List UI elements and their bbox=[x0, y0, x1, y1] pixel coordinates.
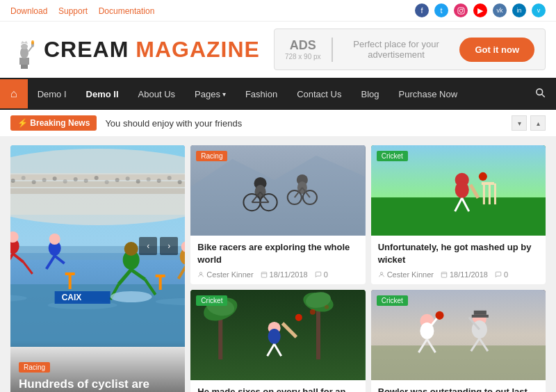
search-icon bbox=[535, 88, 546, 98]
featured-arrows: ‹ › bbox=[139, 237, 178, 255]
card-comments-1: 0 bbox=[495, 270, 508, 279]
card-meta-0: Cester Kinner 18/11/2018 0 bbox=[197, 270, 358, 279]
social-icons: f t ▶ vk in v bbox=[415, 3, 546, 17]
card-author-1: Cester Kinner bbox=[378, 270, 434, 279]
support-link[interactable]: Support bbox=[58, 6, 88, 16]
nav-item-demo2[interactable]: Demo II bbox=[76, 79, 129, 109]
nav-item-purchase[interactable]: Purchase Now bbox=[389, 79, 468, 109]
nav-search-button[interactable] bbox=[525, 78, 556, 110]
linkedin-icon[interactable]: in bbox=[512, 3, 526, 17]
svg-point-132 bbox=[310, 309, 316, 315]
main-nav: ⌂ Demo I Demo II About Us Pages▾ Fashion… bbox=[0, 78, 556, 110]
article-image-2: Cricket bbox=[190, 290, 365, 380]
content-grid: CAIX bbox=[10, 145, 546, 392]
nav-home-button[interactable]: ⌂ bbox=[0, 79, 28, 108]
svg-point-115 bbox=[478, 172, 486, 181]
svg-point-2 bbox=[462, 8, 463, 9]
card-badge-1: Cricket bbox=[377, 151, 408, 161]
svg-rect-0 bbox=[457, 7, 464, 13]
svg-point-131 bbox=[295, 314, 302, 321]
featured-next-arrow[interactable]: › bbox=[160, 237, 178, 255]
card-author-0: Cester Kinner bbox=[197, 270, 253, 279]
article-image-1: Cricket bbox=[371, 145, 546, 236]
nav-item-fashion[interactable]: Fashion bbox=[236, 79, 287, 109]
svg-point-7 bbox=[21, 44, 28, 49]
card-body-2: He made sixes on every ball for an over … bbox=[190, 380, 365, 392]
article-card-3: Cricket Bowler was outstanding to out la… bbox=[371, 290, 546, 392]
card-badge-2: Cricket bbox=[196, 295, 227, 306]
ad-button[interactable]: Got it now bbox=[459, 38, 534, 62]
featured-badge: Racing bbox=[19, 362, 50, 373]
card-body-1: Unfortunately, he got mashed up by wicke… bbox=[371, 236, 546, 284]
featured-prev-arrow[interactable]: ‹ bbox=[139, 237, 157, 255]
breaking-news-text: You should enjoy with your friends bbox=[105, 118, 503, 129]
card-body-3: Bowler was outstanding to out last perso… bbox=[371, 380, 546, 392]
breaking-news-next[interactable]: ▴ bbox=[530, 115, 546, 131]
article-card-1: Cricket Unfortunately, he got mashed up … bbox=[371, 145, 546, 284]
svg-point-70 bbox=[126, 177, 130, 181]
logo-cream: CREAM bbox=[44, 37, 129, 62]
nav-item-blog[interactable]: Blog bbox=[351, 79, 389, 109]
article-image-0: Racing bbox=[190, 145, 365, 236]
card-title-1: Unfortunately, he got mashed up by wicke… bbox=[378, 241, 539, 266]
svg-point-116 bbox=[380, 272, 382, 275]
ad-title: ADS bbox=[290, 38, 316, 53]
svg-rect-101 bbox=[261, 272, 267, 278]
youtube-icon[interactable]: ▶ bbox=[473, 3, 487, 17]
svg-rect-106 bbox=[489, 183, 491, 204]
twitter-icon[interactable]: t bbox=[434, 3, 448, 17]
article-card-0: Racing Bike racers are exploring the who… bbox=[190, 145, 365, 284]
svg-rect-29 bbox=[65, 272, 75, 275]
logo-icon bbox=[10, 28, 38, 70]
instagram-icon[interactable] bbox=[454, 3, 468, 17]
svg-text:CAIX: CAIX bbox=[62, 293, 82, 302]
author-icon-1 bbox=[378, 271, 385, 278]
featured-image: CAIX bbox=[10, 145, 185, 347]
breaking-news-controls: ▾ ▴ bbox=[512, 115, 546, 131]
breaking-news-prev[interactable]: ▾ bbox=[512, 115, 527, 131]
svg-rect-123 bbox=[316, 304, 320, 359]
nav-item-demo1[interactable]: Demo I bbox=[28, 79, 76, 109]
nav-item-about[interactable]: About Us bbox=[129, 79, 185, 109]
svg-point-64 bbox=[63, 179, 67, 183]
svg-point-71 bbox=[136, 179, 140, 183]
ad-label: ADS 728 x 90 px bbox=[285, 38, 321, 60]
svg-rect-105 bbox=[483, 183, 485, 204]
vk-icon[interactable]: vk bbox=[493, 3, 507, 17]
date-icon-1 bbox=[441, 271, 448, 278]
documentation-link[interactable]: Documentation bbox=[99, 6, 155, 16]
breaking-news-bar: ⚡ Breaking News You should enjoy with yo… bbox=[0, 110, 556, 137]
card-body-0: Bike racers are exploring the whole worl… bbox=[190, 236, 365, 284]
article-card-2: Cricket He made sixes on every ball for … bbox=[190, 290, 365, 392]
comments-icon-1 bbox=[495, 271, 502, 278]
article-image-3: Cricket bbox=[371, 290, 546, 380]
svg-marker-8 bbox=[21, 41, 28, 44]
svg-rect-146 bbox=[473, 311, 486, 315]
svg-point-144 bbox=[435, 311, 443, 320]
svg-line-13 bbox=[542, 95, 545, 97]
top-bar-links: Download Support Documentation bbox=[10, 6, 163, 16]
svg-point-66 bbox=[84, 179, 88, 183]
svg-point-133 bbox=[325, 305, 329, 309]
nav-item-pages[interactable]: Pages▾ bbox=[185, 79, 236, 109]
svg-point-75 bbox=[178, 180, 182, 184]
svg-point-73 bbox=[157, 179, 161, 183]
facebook-icon[interactable]: f bbox=[415, 3, 429, 17]
nav-item-contact[interactable]: Contact Us bbox=[287, 79, 351, 109]
featured-title: Hundreds of cyclist are taking participa… bbox=[19, 377, 177, 392]
svg-rect-109 bbox=[487, 182, 494, 185]
comments-icon-0 bbox=[315, 271, 322, 278]
svg-point-127 bbox=[268, 329, 281, 344]
svg-point-48 bbox=[111, 291, 152, 302]
download-link[interactable]: Download bbox=[10, 6, 47, 16]
svg-point-62 bbox=[42, 178, 47, 182]
svg-point-63 bbox=[53, 177, 57, 181]
svg-rect-147 bbox=[471, 315, 488, 318]
svg-point-111 bbox=[455, 181, 468, 198]
svg-point-61 bbox=[32, 180, 36, 184]
svg-rect-117 bbox=[441, 272, 447, 278]
svg-point-74 bbox=[167, 176, 172, 180]
vimeo-icon[interactable]: v bbox=[532, 3, 546, 17]
author-icon-0 bbox=[197, 271, 204, 278]
svg-rect-4 bbox=[19, 58, 29, 65]
